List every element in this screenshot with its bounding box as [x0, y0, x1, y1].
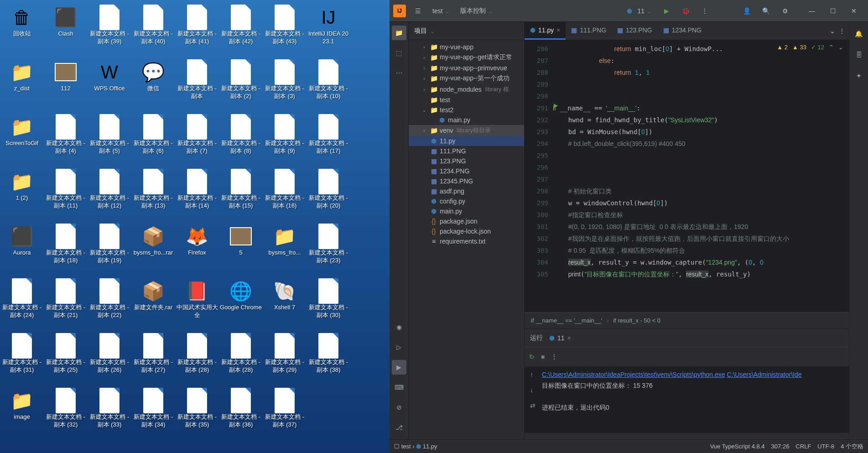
desktop-icon[interactable]: 📁z_dist [0, 57, 44, 111]
breadcrumbs[interactable]: if __name__ == '__main__' › if result_x … [525, 312, 849, 328]
tree-item[interactable]: ⬢11.py [409, 136, 524, 146]
tree-item[interactable]: ▦1234.PNG [409, 166, 524, 176]
desktop-icon[interactable]: 新建文本文档 - 副本 (15) [219, 166, 263, 221]
desktop-icon[interactable]: 新建文本文档 - 副本 (30) [307, 276, 350, 330]
tree-item[interactable]: ›📁my-vue-app--第一个成功 [409, 73, 524, 84]
desktop-icon[interactable]: 新建文本文档 - 副本 (37) [263, 385, 307, 440]
tree-item[interactable]: ›📁my-vue-app [409, 42, 524, 52]
tree-item[interactable]: ›📁my-vue-app--get请求正常 [409, 52, 524, 63]
desktop-icon[interactable]: 📁bysms_fro... [263, 221, 307, 276]
desktop-icon[interactable]: 新建文本文档 - 副本 (29) [263, 330, 307, 385]
desktop-icon[interactable]: 新建文本文档 - 副本 (2) [219, 57, 263, 111]
rerun-button[interactable]: ↻ [529, 353, 535, 360]
desktop-icon[interactable]: 新建文本文档 - 副本 (31) [0, 330, 44, 385]
desktop-icon[interactable]: 📕中国武术实用大全 [175, 276, 219, 330]
desktop-icon[interactable]: 📦新建文件夹.rar [131, 276, 175, 330]
desktop-icon[interactable]: 新建文本文档 - 副本 (40) [131, 2, 175, 57]
status-line-sep[interactable]: CRLF [795, 443, 811, 450]
desktop-icon[interactable]: 🗑回收站 [0, 2, 44, 57]
desktop-icon[interactable]: 新建文本文档 - 副本 (16) [263, 166, 307, 221]
editor-tab[interactable]: ⬢11.py× [525, 22, 566, 40]
run-button[interactable]: ▶ [659, 4, 674, 18]
desktop-icon[interactable]: ⬛Clash [44, 2, 88, 57]
project-tool-button[interactable]: 📁 [392, 26, 406, 40]
editor[interactable]: 286 287 288 289 290 291 292 293 294 295 … [525, 40, 849, 312]
desktop-icon[interactable]: 新建文本文档 - 副本 (12) [88, 166, 131, 221]
desktop-icon[interactable]: 新建文本文档 - 副本 [175, 57, 219, 111]
desktop-icon[interactable]: 新建文本文档 - 副本 (21) [44, 276, 88, 330]
desktop-icon[interactable]: 新建文本文档 - 副本 (34) [131, 385, 175, 440]
tree-item[interactable]: {}package-lock.json [409, 226, 524, 236]
ai-assistant-icon[interactable]: ✦ [852, 68, 866, 83]
editor-tab[interactable]: ▦111.PNG [566, 22, 612, 40]
desktop-icon[interactable]: 新建文本文档 - 副本 (4) [44, 111, 88, 166]
desktop-icon[interactable]: 新建文本文档 - 副本 (25) [44, 330, 88, 385]
tree-item[interactable]: ▦111.PNG [409, 146, 524, 156]
more-tools-button[interactable]: ⋯ [392, 66, 406, 80]
desktop-icon[interactable]: 新建文本文档 - 副本 (6) [131, 111, 175, 166]
tree-item[interactable]: ⬢main.py [409, 206, 524, 216]
tab-more-icon[interactable]: ⋮ [839, 27, 845, 35]
run-config-selector[interactable]: ⬢ 11⌄ [624, 5, 655, 16]
status-indent[interactable]: 4 个空格 [841, 443, 863, 451]
more-actions-button[interactable]: ⋮ [697, 4, 712, 18]
desktop-icon[interactable]: 新建文本文档 - 副本 (18) [44, 221, 88, 276]
run-gutter-icon[interactable]: ▶ [554, 102, 558, 109]
database-icon[interactable]: 🗄 [852, 47, 866, 62]
editor-tab[interactable]: ▦1234.PNG [658, 22, 707, 40]
tree-item[interactable]: ≡requirements.txt [409, 236, 524, 246]
scroll-down-icon[interactable]: ↓ [530, 385, 535, 396]
status-caret-pos[interactable]: 307:26 [771, 443, 790, 450]
tree-item[interactable]: ⌄📁test2 [409, 105, 524, 115]
desktop-icon[interactable]: 新建文本文档 - 副本 (38) [307, 330, 350, 385]
desktop-icon[interactable]: 5 [219, 221, 263, 276]
run-path-link-2[interactable]: C:\Users\Administrator\Ide [727, 371, 801, 378]
debug-button[interactable]: 🐞 [678, 4, 693, 18]
tree-item[interactable]: ›📁node_moduleslibrary 根 [409, 84, 524, 95]
desktop-icon[interactable]: WWPS Office [88, 57, 131, 111]
problems-button[interactable]: ⊘ [392, 400, 406, 415]
project-selector[interactable]: test⌄ [430, 5, 453, 16]
nav-bar[interactable]: ☐ test › ⬢ 11.py [394, 443, 437, 450]
scroll-up-icon[interactable]: ↑ [530, 369, 535, 380]
desktop-icon[interactable]: ⬛Aurora [0, 221, 44, 276]
code-with-me-icon[interactable]: 👤 [739, 4, 754, 18]
desktop-icon[interactable]: 新建文本文档 - 副本 (3) [263, 57, 307, 111]
close-tab-icon[interactable]: × [556, 26, 560, 34]
tree-item[interactable]: 📁test [409, 95, 524, 105]
minimize-button[interactable]: — [801, 4, 822, 18]
desktop-icon[interactable]: 新建文本文档 - 副本 (28) [219, 330, 263, 385]
main-menu-button[interactable]: ☰ [411, 4, 425, 18]
tree-item[interactable]: ▦asdf.png [409, 186, 524, 196]
close-button[interactable]: ✕ [843, 4, 864, 18]
desktop-icon[interactable]: 💬微信 [131, 57, 175, 111]
inspection-widget[interactable]: ▲ 2 ▲ 33 ✓ 12 ⌃⌄ [775, 43, 845, 52]
status-vue[interactable]: Vue TypeScript 4.8.4 [710, 443, 765, 450]
tree-item[interactable]: ⬢main.py [409, 115, 524, 125]
tree-item[interactable]: ⬢config.py [409, 196, 524, 206]
desktop-icon[interactable]: 新建文本文档 - 副本 (14) [175, 166, 219, 221]
run-tool-button[interactable]: ▷ [392, 340, 406, 354]
desktop-icon[interactable]: 新建文本文档 - 副本 (5) [88, 111, 131, 166]
vcs-button[interactable]: ⎇ [392, 420, 406, 435]
tree-item[interactable]: {}package.json [409, 216, 524, 226]
run-more-button[interactable]: ⋮ [551, 353, 557, 360]
desktop-icon[interactable]: 新建文本文档 - 副本 (42) [219, 2, 263, 57]
desktop-icon[interactable]: 新建文本文档 - 副本 (23) [307, 221, 350, 276]
soft-wrap-icon[interactable]: ⇄ [530, 400, 535, 411]
settings-icon[interactable]: ⚙ [778, 4, 792, 18]
desktop-icon[interactable]: 112 [44, 57, 88, 111]
desktop-icon[interactable]: 新建文本文档 - 副本 (39) [88, 2, 131, 57]
desktop-icon[interactable]: 📁image [0, 385, 44, 440]
desktop-icon[interactable]: 新建文本文档 - 副本 (26) [88, 330, 131, 385]
desktop-icon[interactable]: 新建文本文档 - 副本 (20) [307, 166, 350, 221]
tree-item[interactable]: ›📁my-vue-app--primvevue [409, 63, 524, 73]
desktop-icon[interactable]: 新建文本文档 - 副本 (8) [219, 111, 263, 166]
desktop-icon[interactable]: IJIntelliJ IDEA 2023.1 [307, 2, 350, 57]
terminal-button[interactable]: ⌨ [392, 380, 406, 395]
desktop-icon[interactable]: 新建文本文档 - 副本 (10) [307, 57, 350, 111]
desktop-icon[interactable]: 📁1 (2) [0, 166, 44, 221]
desktop-icon[interactable]: 新建文本文档 - 副本 (19) [88, 221, 131, 276]
desktop-icon[interactable]: 新建文本文档 - 副本 (36) [219, 385, 263, 440]
notifications-icon[interactable]: 🔔 [852, 26, 866, 41]
